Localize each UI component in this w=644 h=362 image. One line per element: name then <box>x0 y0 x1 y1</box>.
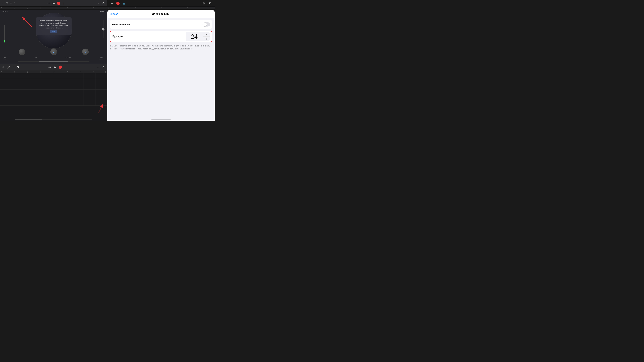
auto-label: Автоматически <box>112 23 130 26</box>
dropdown-icon[interactable]: ▾ <box>2 1 4 5</box>
ok-button[interactable]: ОК <box>50 30 57 33</box>
settings-title: Длина секции <box>118 12 203 15</box>
home-bar-pill <box>151 119 171 120</box>
auto-toggle[interactable] <box>203 22 210 26</box>
track-row <box>0 100 107 106</box>
auto-toggle-row: Автоматически <box>110 20 212 28</box>
mic-knob[interactable] <box>19 48 25 55</box>
knobs-row <box>0 48 107 56</box>
mic-label: Мик Канал <box>3 57 7 60</box>
manual-label: Вручную <box>112 35 186 38</box>
number-stepper[interactable]: 24 ∧ ∨ <box>186 32 210 41</box>
ruler-mark: 8 <box>93 71 106 73</box>
manual-row: Вручную 24 ∧ ∨ <box>110 31 212 42</box>
svg-line-3 <box>98 104 103 113</box>
tone-label: Тон <box>35 57 37 60</box>
settings-panel: ‹ Назад Длина секции Автоматически Вручн… <box>107 10 215 121</box>
recorder-main: Переместите iPhone по направлению к исто… <box>0 13 107 48</box>
ruler-mark: 7 <box>161 7 187 9</box>
home-bar <box>107 118 215 121</box>
record-button[interactable] <box>57 2 60 5</box>
back-button[interactable]: ‹ Назад <box>110 12 118 16</box>
output-label: ВЫХОД <box>100 10 106 12</box>
right-ruler: 5 6 7 8 <box>107 6 215 9</box>
tracks-ruler: 1 2 3 4 5 6 7 8 + <box>0 70 107 73</box>
recorder-tooltip: Переместите iPhone по направлению к исто… <box>36 17 72 35</box>
ruler-mark: 8 <box>93 7 106 9</box>
bottom-metronome-button[interactable]: △ <box>64 65 68 69</box>
settings-body: Автоматически Вручную 24 ∧ ∨ <box>107 18 215 118</box>
manual-section: Вручную 24 ∧ ∨ <box>110 31 212 42</box>
right-record-button[interactable] <box>116 2 120 5</box>
bottom-chat-button[interactable]: ○ <box>96 65 100 69</box>
top-toolbar: ▾ ⊟ ≡ ⫶ ⏮ ▶ △ ☀ ⚙ <box>0 0 107 6</box>
ruler-mark: 1 <box>1 7 14 9</box>
ruler-mark: 4 <box>40 71 54 73</box>
brightness-button[interactable]: ☀ <box>96 1 100 5</box>
input-label: ВХОД ✏ <box>2 10 8 12</box>
audio-recorder: ВХОД ✏ ВЫХОД Переместите iPhone по напра… <box>0 9 107 64</box>
right-settings-button[interactable]: ⚙ <box>208 1 212 5</box>
tone-knob-group <box>50 48 57 55</box>
track-row <box>0 89 107 95</box>
ruler-mark: 3 <box>28 71 40 73</box>
compression-label: Сжатие <box>66 57 71 60</box>
track-row <box>0 73 107 79</box>
waveform-circle: Переместите iPhone по направлению к исто… <box>36 13 72 48</box>
ruler-mark: 1 <box>1 71 14 73</box>
input-output-row: ВХОД ✏ ВЫХОД <box>0 9 107 13</box>
ruler-mark: 7 <box>80 7 93 9</box>
ruler-mark: 6 <box>67 71 80 73</box>
bottom-toolbar: ⊟ 🎤 ⫶ FX ⏮ ▶ △ ○ ⚙ <box>0 64 107 70</box>
back-chevron-icon: ‹ <box>110 12 111 16</box>
ruler-mark: 2 <box>14 71 28 73</box>
bottom-record-button[interactable] <box>59 65 62 69</box>
settings-button[interactable]: ⚙ <box>101 1 106 5</box>
pencil-icon[interactable]: ✏ <box>7 10 8 12</box>
tooltip-text: Переместите iPhone по направлению к исто… <box>38 19 69 29</box>
equalizer-icon[interactable]: ⫶ <box>14 2 16 5</box>
track-icon[interactable]: ⊟ <box>2 65 5 69</box>
list-icon[interactable]: ≡ <box>10 2 12 5</box>
svg-line-1 <box>22 17 32 27</box>
ruler-mark: 5 <box>54 7 67 9</box>
stepper-up-button[interactable]: ∧ <box>203 32 210 36</box>
top-ruler: 1 2 3 4 5 6 7 8 <box>0 6 107 9</box>
track-row <box>0 95 107 100</box>
ruler-mark: 5 <box>54 71 67 73</box>
ruler-mark: 6 <box>135 7 161 9</box>
fx-label[interactable]: FX <box>16 66 20 68</box>
recorder-scrollbar[interactable] <box>18 61 90 62</box>
mic-icon[interactable]: 🎤 <box>6 65 10 69</box>
ruler-mark: 6 <box>67 7 80 9</box>
rewind-button[interactable]: ⏮ <box>46 1 50 5</box>
ruler-mark: 7 <box>80 71 93 73</box>
tone-knob[interactable] <box>50 48 57 55</box>
right-chat-button[interactable]: ⊙ <box>202 1 206 5</box>
ruler-mark: 3 <box>28 7 40 9</box>
stepper-down-button[interactable]: ∨ <box>203 36 210 41</box>
window-icon[interactable]: ⊟ <box>5 1 8 5</box>
track-row <box>0 84 107 89</box>
ruler-mark: 5 <box>108 7 135 9</box>
bottom-rewind-button[interactable]: ⏮ <box>48 65 52 69</box>
metronome-button[interactable]: △ <box>62 1 66 5</box>
track-row <box>0 79 107 84</box>
labels-row: Мик Канал Тон Сжатие Выкл. Монитор <box>0 56 107 61</box>
back-label: Назад <box>111 13 118 15</box>
bottom-play-button[interactable]: ▶ <box>53 65 57 69</box>
ruler-mark: 4 <box>40 7 54 9</box>
tracks-scrollbar[interactable] <box>15 119 92 120</box>
compression-knob[interactable] <box>82 48 89 55</box>
add-track-button[interactable]: + <box>104 70 106 73</box>
toggle-knob <box>203 22 207 26</box>
right-play-button[interactable]: ▶ <box>110 1 114 5</box>
ruler-mark: 2 <box>14 7 28 9</box>
tracks-content <box>0 73 107 121</box>
bottom-eq-icon[interactable]: ⫶ <box>12 65 14 69</box>
play-button[interactable]: ▶ <box>52 1 56 5</box>
level-meter-right <box>102 16 104 43</box>
mic-knob-group <box>19 48 25 55</box>
right-metronome-button[interactable]: △ <box>122 1 126 5</box>
bottom-settings-button[interactable]: ⚙ <box>101 65 106 69</box>
